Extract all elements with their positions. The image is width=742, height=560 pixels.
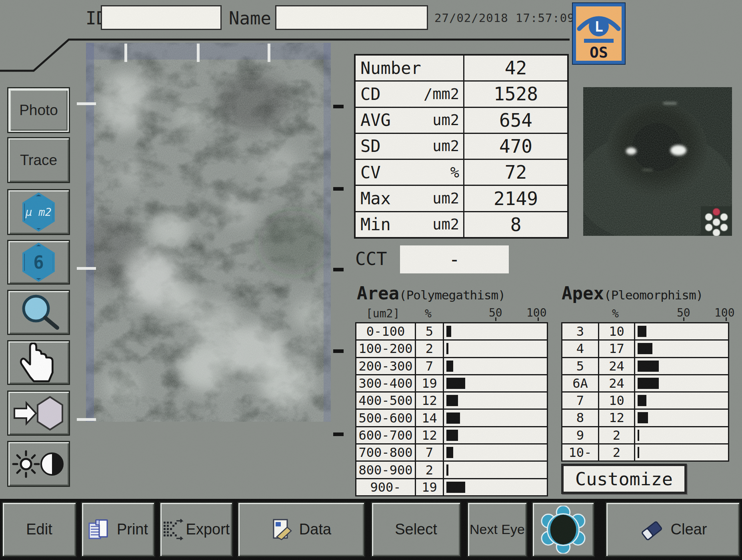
histogram-percent: 19 xyxy=(416,375,444,391)
histogram-percent: 17 xyxy=(599,341,635,357)
histogram-bar-track xyxy=(635,341,728,357)
print-button[interactable]: Print xyxy=(81,502,155,557)
sidebar-item-zoom[interactable] xyxy=(7,290,70,335)
ruler-tick-top xyxy=(197,44,200,62)
svg-text:L: L xyxy=(594,18,603,35)
histogram-percent: 12 xyxy=(599,410,635,426)
specular-microscopy-image[interactable] xyxy=(86,43,331,422)
apex-table: 3104175246A247108129210-2 xyxy=(561,322,729,462)
histogram-category: 5 xyxy=(562,358,599,374)
stat-value: 2149 xyxy=(464,186,567,211)
cct-label: CCT xyxy=(355,249,387,269)
stats-row: CV%72 xyxy=(356,159,567,185)
histogram-bar xyxy=(638,447,639,458)
stats-row: SDum2470 xyxy=(356,133,567,159)
apex-section-title: Apex(Pleomorphism) xyxy=(562,283,703,303)
ruler-tick-left xyxy=(77,267,96,270)
sidebar-item-brightness-contrast[interactable] xyxy=(7,441,70,487)
stat-label: CD xyxy=(360,84,381,104)
histogram-bar-track xyxy=(444,410,547,426)
sidebar-item-cell-area[interactable]: µ m2 xyxy=(7,189,70,235)
histogram-percent: 14 xyxy=(416,410,444,426)
histogram-row: 100-2002 xyxy=(356,339,547,357)
histogram-bar-track xyxy=(444,479,547,495)
alignment-dots-indicator xyxy=(701,206,732,236)
trace-button-label: Trace xyxy=(20,152,57,169)
svg-text:OS: OS xyxy=(590,44,608,60)
ruler-tick-right xyxy=(333,349,344,353)
histogram-percent: 24 xyxy=(599,358,635,374)
histogram-category: 7 xyxy=(562,393,599,409)
settings-button[interactable] xyxy=(532,502,595,557)
select-button[interactable]: Select xyxy=(371,502,461,557)
ruler-tick-top xyxy=(268,44,270,62)
scale-tick xyxy=(538,317,539,321)
export-button[interactable]: Export xyxy=(159,502,233,557)
histogram-bar xyxy=(638,343,652,354)
histogram-category: 3 xyxy=(562,323,599,339)
stat-label: Min xyxy=(360,215,391,234)
ruler-tick-left xyxy=(77,102,96,105)
data-icon xyxy=(271,518,294,541)
stat-value: 42 xyxy=(464,56,567,80)
area-table: 0-1005100-2002200-3007300-40019400-50012… xyxy=(355,322,548,496)
clear-button[interactable]: Clear xyxy=(605,502,740,557)
histogram-row: 200-3007 xyxy=(356,357,547,374)
stat-label: SD xyxy=(360,136,381,156)
clear-button-label: Clear xyxy=(671,521,707,538)
sidebar-item-trace[interactable]: Trace xyxy=(7,137,70,183)
histogram-percent: 7 xyxy=(416,358,444,374)
eraser-icon xyxy=(639,518,665,542)
scale-tick xyxy=(726,317,727,321)
stat-label: CV xyxy=(360,163,381,182)
stat-label: Number xyxy=(360,58,421,78)
data-button[interactable]: Data xyxy=(237,502,365,557)
name-label: Name xyxy=(229,8,271,28)
apex-percent-header: % xyxy=(612,307,619,320)
select-button-label: Select xyxy=(395,521,437,538)
histogram-percent: 12 xyxy=(416,393,444,409)
sidebar-item-apply-trace[interactable] xyxy=(7,391,70,436)
magnifier-icon xyxy=(15,293,62,333)
stats-row: Maxum22149 xyxy=(356,185,567,211)
histogram-percent: 24 xyxy=(599,375,635,391)
id-input[interactable] xyxy=(101,5,222,30)
histogram-bar xyxy=(446,395,458,406)
histogram-bar-track xyxy=(635,358,728,374)
histogram-bar-track xyxy=(444,375,547,391)
histogram-row: 800-9002 xyxy=(356,460,547,478)
data-button-label: Data xyxy=(299,521,331,538)
histogram-bar xyxy=(446,447,453,458)
sidebar-item-hexagonality[interactable]: 6 xyxy=(7,240,70,285)
stat-unit: /mm2 xyxy=(424,86,459,103)
ruler-tick-left xyxy=(77,418,96,421)
customize-button[interactable]: Customize xyxy=(561,464,687,494)
histogram-bar xyxy=(446,430,458,441)
stats-table: Number42CD/mm21528AVGum2654SDum2470CV%72… xyxy=(354,54,569,239)
histogram-category: 9 xyxy=(562,427,599,443)
histogram-row: 524 xyxy=(562,357,728,374)
edit-button-label: Edit xyxy=(26,521,52,538)
histogram-percent: 2 xyxy=(416,462,444,478)
histogram-row: 0-1005 xyxy=(356,323,547,339)
sidebar-item-hand-select[interactable] xyxy=(7,340,70,385)
brightness-contrast-icon xyxy=(11,444,67,484)
stat-unit: um2 xyxy=(432,190,459,207)
sidebar-item-photo[interactable]: Photo xyxy=(7,87,70,133)
histogram-bar-track xyxy=(444,393,547,409)
histogram-row: 300-40019 xyxy=(356,374,547,391)
ruler-tick-right xyxy=(333,105,344,108)
edit-button[interactable]: Edit xyxy=(2,502,77,557)
next-eye-button[interactable]: Next Eye xyxy=(467,502,528,557)
stat-unit: um2 xyxy=(432,138,459,155)
histogram-bar xyxy=(446,464,448,476)
stat-value: 470 xyxy=(464,134,567,159)
histogram-percent: 5 xyxy=(416,323,444,339)
histogram-category: 500-600 xyxy=(356,410,416,426)
histogram-bar-track xyxy=(444,462,547,478)
histogram-category: 10- xyxy=(562,444,599,460)
device-screen: ID Name 27/02/2018 17:57:09 L OS Photo T… xyxy=(0,0,742,560)
histogram-percent: 10 xyxy=(599,393,635,409)
histogram-bar xyxy=(446,413,460,424)
name-input[interactable] xyxy=(275,5,428,30)
